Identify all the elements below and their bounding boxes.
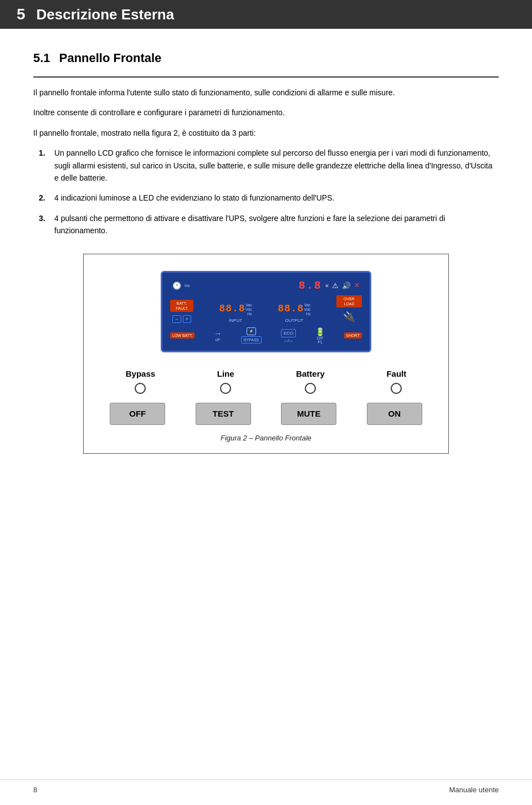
list-text-2: 4 indicazioni luminose a LED che evidenz…: [54, 192, 499, 204]
clock-icon: 🕐: [172, 281, 181, 290]
intro-para-2: Inoltre consente di controllare e config…: [33, 106, 499, 119]
lcd-panel: 🕐 Hz 8.8 « ⚠ 🔊 ✕ BAT: [161, 271, 371, 352]
bypass-section: ⚡ BYPASS: [241, 327, 262, 343]
manual-title: Manuale utente: [449, 786, 499, 794]
arrows-icon: «: [325, 282, 329, 289]
list-item-2: 2. 4 indicazioni luminose a LED che evid…: [39, 192, 499, 204]
off-button[interactable]: OFF: [110, 403, 165, 425]
input-hz: Hz: [245, 312, 252, 316]
lcd-big-digit: 8.8: [299, 279, 322, 292]
list-num-2: 2.: [39, 192, 54, 204]
bypass-box: BYPASS: [241, 336, 262, 343]
chapter-header: 5 Descrizione Esterna: [0, 0, 532, 29]
led-battery: Battery: [296, 369, 325, 394]
list-item-3: 3. 4 pulsanti che permettono di attivare…: [39, 212, 499, 237]
led-line-label: Line: [217, 369, 234, 378]
button-area: OFF TEST MUTE ON: [95, 403, 437, 425]
p1-label: P1: [318, 340, 323, 344]
led-line: Line: [217, 369, 234, 394]
led-fault: Fault: [386, 369, 406, 394]
input-vac: Vac: [245, 303, 252, 307]
output-hz: Hz: [304, 312, 310, 316]
list-item-1: 1. Un pannello LCD grafico che fornisce …: [39, 147, 499, 184]
led-bypass-circle: [135, 383, 146, 394]
output-display: 88.8 Vac Vdc Hz: [278, 303, 310, 317]
test-button-label: TEST: [213, 409, 234, 418]
off-button-label: OFF: [129, 409, 146, 418]
section-number: 5.1: [33, 51, 50, 65]
page-content: 5.1 Pannello Frontale Il pannello fronta…: [0, 40, 532, 504]
led-bypass: Bypass: [126, 369, 155, 394]
mute-button[interactable]: MUTE: [281, 403, 336, 425]
feature-list: 1. Un pannello LCD grafico che fornisce …: [33, 147, 499, 237]
batt-fault-section: BATT. FAULT − +: [170, 300, 193, 323]
ip-label: I/P: [216, 338, 221, 342]
sound-icon: 🔊: [342, 281, 351, 290]
lcd-top-left-icons: 🕐 Hz: [172, 281, 190, 290]
input-value: 88.8: [219, 303, 245, 314]
lcd-mid-row: BATT. FAULT − + 88.8 Vac: [170, 295, 362, 323]
output-section: 88.8 Vac Vdc Hz OUTPUT: [278, 303, 310, 323]
output-units: Vac Vdc Hz: [304, 303, 310, 317]
over-load-indicator: OVER LOAD: [336, 295, 362, 307]
battery-plug-icon: 🔌: [343, 311, 355, 323]
on-button-label: ON: [388, 409, 401, 418]
led-fault-circle: [391, 383, 402, 394]
list-num-3: 3.: [39, 212, 54, 237]
output-vac: Vac: [304, 303, 310, 307]
lcd-top-center-icons: 8.8 « ⚠ 🔊 ✕: [299, 279, 360, 292]
intro-para-1: Il pannello frontale informa l'utente su…: [33, 86, 499, 99]
led-battery-label: Battery: [296, 369, 325, 378]
op-socket-icon: 🔋: [315, 327, 325, 336]
input-label: INPUT: [219, 318, 252, 323]
batt-fault-indicator: BATT. FAULT: [170, 300, 193, 312]
lcd-panel-wrapper: 🕐 Hz 8.8 « ⚠ 🔊 ✕ BAT: [95, 271, 437, 352]
eco-section: ECO —/—: [281, 329, 296, 342]
short-indicator: SHORT: [344, 332, 362, 339]
input-section: 88.8 Vac Vdc Hz INPUT: [219, 303, 252, 323]
output-vdc: Vdc: [304, 307, 310, 312]
ip-arrow: →: [214, 329, 222, 338]
led-battery-circle: [305, 383, 316, 394]
led-indicators-area: Bypass Line Battery Fault: [95, 369, 437, 394]
output-value: 88.8: [278, 303, 304, 314]
page-number: 8: [33, 786, 37, 794]
overload-section: OVER LOAD 🔌: [336, 295, 362, 323]
led-bypass-label: Bypass: [126, 369, 155, 378]
warning-icon: ⚠: [332, 281, 339, 290]
figure-box: 🕐 Hz 8.8 « ⚠ 🔊 ✕ BAT: [83, 254, 449, 454]
page-footer: 8 Manuale utente: [0, 780, 532, 794]
list-text-3: 4 pulsanti che permettono di attivare e …: [54, 212, 499, 237]
list-text-1: Un pannello LCD grafico che fornisce le …: [54, 147, 499, 184]
low-batt-indicator: LOW BATT.: [170, 332, 195, 339]
lcd-top-row: 🕐 Hz 8.8 « ⚠ 🔊 ✕: [170, 279, 362, 292]
output-label: OUTPUT: [278, 318, 310, 323]
intro-para-3: Il pannello frontale, mostrato nella fig…: [33, 127, 499, 139]
led-fault-label: Fault: [386, 369, 406, 378]
eco-box: ECO: [281, 329, 296, 337]
hz-label-top: Hz: [185, 283, 190, 288]
section-heading: 5.1 Pannello Frontale: [33, 51, 499, 65]
led-line-circle: [220, 383, 231, 394]
eco-divider: —/—: [284, 339, 293, 342]
section-divider: [33, 76, 499, 78]
test-button[interactable]: TEST: [196, 403, 251, 425]
on-button[interactable]: ON: [367, 403, 422, 425]
mute-button-label: MUTE: [297, 409, 321, 418]
op-section: 🔋 O/P P1: [315, 327, 325, 344]
lcd-bot-row: LOW BATT. → I/P ⚡ BYPASS ECO —/— 🔋: [170, 325, 362, 344]
plus-minus-buttons: − +: [172, 315, 191, 323]
section-title: Pannello Frontale: [59, 51, 162, 65]
plus-btn[interactable]: +: [183, 315, 191, 323]
input-vdc: Vdc: [245, 307, 252, 312]
figure-caption: Figura 2 – Pannello Frontale: [95, 434, 437, 442]
ip-section: → I/P: [214, 329, 222, 342]
chapter-title: Descrizione Esterna: [37, 6, 175, 23]
input-units: Vac Vdc Hz: [245, 303, 252, 317]
minus-btn[interactable]: −: [172, 315, 181, 323]
list-num-1: 1.: [39, 147, 54, 184]
bypass-label: ⚡: [247, 327, 256, 335]
x-icon: ✕: [354, 281, 360, 289]
chapter-number: 5: [17, 6, 25, 23]
input-display: 88.8 Vac Vdc Hz: [219, 303, 252, 317]
